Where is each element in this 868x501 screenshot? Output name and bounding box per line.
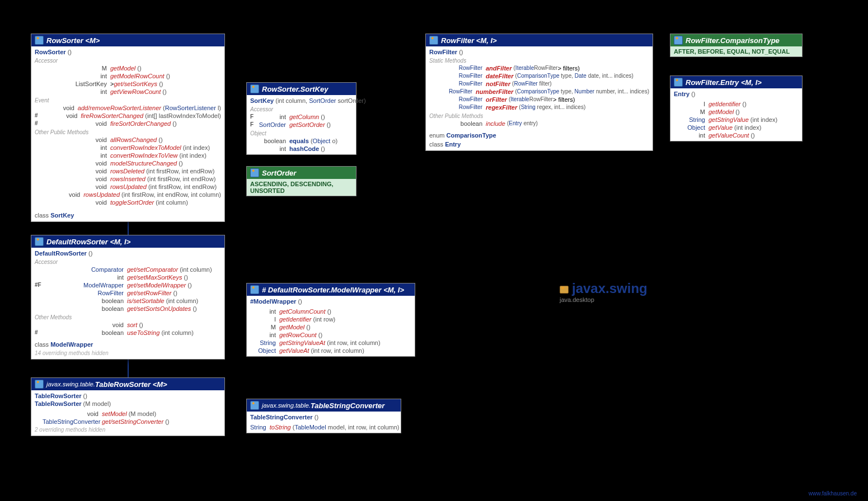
constructor-row[interactable]: TableRowSorter () <box>35 392 221 400</box>
method-row[interactable]: StringgetStringValueAt (int row, int col… <box>250 339 411 347</box>
section-accessor: Accessor <box>35 58 221 64</box>
method-row[interactable]: voidallRowsChanged () <box>35 136 221 144</box>
method-row[interactable]: RowFilterget/setRowFilter () <box>35 289 221 297</box>
method-row[interactable]: booleanequals (Object o) <box>250 137 353 145</box>
class-icon <box>250 401 259 410</box>
method-row[interactable]: intget/setMaxSortKeys () <box>35 273 221 281</box>
hidden-note: 14 overriding methods hidden <box>35 349 221 357</box>
enum-values: AFTER, BEFORE, EQUAL, NOT_EQUAL <box>670 46 802 56</box>
method-row[interactable]: RowFilternumberFilter (ComparisonType ty… <box>429 88 649 96</box>
enum-comparisontype: RowFilter.ComparisonType AFTER, BEFORE, … <box>670 34 803 57</box>
method-row[interactable]: intgetViewRowCount () <box>35 88 221 96</box>
footer-link[interactable]: www.falkhausen.de <box>809 490 857 497</box>
nested-class[interactable]: class SortKey <box>35 211 221 220</box>
method-row[interactable]: inthashCode () <box>250 145 353 153</box>
method-row[interactable]: voidadd/removeRowSorterListener (RowSort… <box>35 104 221 112</box>
method-row[interactable]: intgetModelRowCount () <box>35 72 221 80</box>
class-header: # DefaultRowSorter.ModelWrapper <M, I> <box>247 283 415 296</box>
class-rowfilter: RowFilter <M, I> RowFilter () Static Met… <box>425 34 653 151</box>
class-icon <box>35 237 44 246</box>
class-rowsorter: RowSorter <M> RowSorter () Accessor Mget… <box>31 34 225 222</box>
method-row[interactable]: intgetColumnCount () <box>250 308 411 315</box>
method-row[interactable]: FintgetColumn () <box>250 113 353 121</box>
method-row[interactable]: voidsetModel (M model) <box>35 410 221 418</box>
class-defaultrowsorter: DefaultRowSorter <M, I> DefaultRowSorter… <box>31 235 225 360</box>
method-row[interactable]: #FModelWrapperget/setModelWrapper () <box>35 281 221 289</box>
method-row[interactable]: MgetModel () <box>250 323 411 331</box>
method-row[interactable]: StringgetStringValue (int index) <box>674 116 799 124</box>
class-header: DefaultRowSorter <M, I> <box>31 235 224 248</box>
class-tablerowsorter: javax.swing.table.TableRowSorter <M> Tab… <box>31 377 225 436</box>
module-label: java.desktop <box>560 296 648 303</box>
class-header: javax.swing.table.TableStringConverter <box>247 399 401 412</box>
method-row[interactable]: RowFilterregexFilter (String regex, int.… <box>429 103 649 111</box>
method-row[interactable]: #voidfireRowSorterChanged (int[] lastRow… <box>35 112 221 120</box>
enum-header: SortOrder <box>247 167 356 179</box>
nested-enum[interactable]: enum ComparisonType <box>429 131 649 140</box>
class-header: javax.swing.table.TableRowSorter <M> <box>31 378 224 390</box>
enum-header: RowFilter.ComparisonType <box>670 34 802 46</box>
method-row[interactable]: #voidfireSortOrderChanged () <box>35 120 221 127</box>
enum-icon <box>250 168 259 177</box>
method-row[interactable]: intgetRowCount () <box>250 331 411 339</box>
package-label: javax.swing java.desktop <box>560 281 648 303</box>
class-header: RowFilter.Entry <M, I> <box>670 76 802 88</box>
method-row[interactable]: intconvertRowIndexToView (int index) <box>35 152 221 159</box>
section-event: Event <box>35 97 221 103</box>
method-row[interactable]: ListSortKey>get/setSortKeys () <box>35 80 221 88</box>
class-header: RowFilter <M, I> <box>426 34 653 46</box>
section-other: Other Public Methods <box>35 129 221 135</box>
method-row[interactable]: voidrowsInserted (int firstRow, int endR… <box>35 175 221 183</box>
method-row[interactable]: ObjectgetValue (int index) <box>674 124 799 131</box>
method-row[interactable]: Comparatorget/setComparator (int column) <box>35 266 221 273</box>
enum-values: ASCENDING, DESCENDING, UNSORTED <box>247 179 356 196</box>
method-row[interactable]: intgetValueCount () <box>674 131 799 139</box>
method-row[interactable]: voidsort () <box>35 321 221 329</box>
class-icon <box>35 380 44 389</box>
nested-class[interactable]: class ModelWrapper <box>35 340 221 349</box>
class-icon <box>250 84 259 93</box>
method-row[interactable]: IgetIdentifier (int row) <box>250 315 411 323</box>
method-row[interactable]: RowFilterdateFilter (ComparisonType type… <box>429 72 649 80</box>
class-icon <box>674 78 683 87</box>
method-row[interactable]: voidrowsDeleted (int firstRow, int endRo… <box>35 167 221 175</box>
method-row[interactable]: MgetModel () <box>674 108 799 116</box>
nested-class[interactable]: class Entry <box>429 140 649 149</box>
method-row[interactable]: booleanis/setSortable (int column) <box>35 297 221 305</box>
constructor-row[interactable]: TableRowSorter (M model) <box>35 400 221 408</box>
method-row[interactable]: IgetIdentifier () <box>674 100 799 108</box>
method-row[interactable]: MgetModel () <box>35 64 221 72</box>
method-row[interactable]: RowFilterorFilter (IterableRowFilter> fi… <box>429 96 649 103</box>
hidden-note: 2 overriding methods hidden <box>35 426 221 434</box>
method-row[interactable]: FSortOrdergetSortOrder () <box>250 121 353 129</box>
package-icon <box>560 286 569 294</box>
method-row[interactable]: voidtoggleSortOrder (int column) <box>35 198 221 206</box>
class-sortkey: RowSorter.SortKey SortKey (int column, S… <box>246 82 356 155</box>
class-icon <box>429 36 438 45</box>
class-icon <box>35 36 44 45</box>
method-row[interactable]: TableStringConverterget/setStringConvert… <box>35 418 221 426</box>
class-rowfilter-entry: RowFilter.Entry <M, I> Entry () IgetIden… <box>670 75 803 141</box>
method-row[interactable]: StringtoString (TableModel model, int ro… <box>250 423 397 431</box>
enum-sortorder: SortOrder ASCENDING, DESCENDING, UNSORTE… <box>246 166 356 196</box>
enum-icon <box>674 36 683 45</box>
class-icon <box>250 285 259 294</box>
method-row[interactable]: ObjectgetValueAt (int row, int column) <box>250 347 411 355</box>
method-row[interactable]: voidrowsUpdated (int firstRow, int endRo… <box>35 191 221 198</box>
method-row[interactable]: #booleanuseToString (int column) <box>35 329 221 337</box>
class-header: RowSorter.SortKey <box>247 83 356 95</box>
method-row[interactable]: voidmodelStructureChanged () <box>35 159 221 167</box>
class-tablestringconverter: javax.swing.table.TableStringConverter T… <box>246 399 401 433</box>
method-row[interactable]: booleaninclude (Entry entry) <box>429 120 649 127</box>
method-row[interactable]: RowFilternotFilter (RowFilter filter) <box>429 80 649 88</box>
class-header: RowSorter <M> <box>31 34 224 46</box>
method-row[interactable]: voidrowsUpdated (int firstRow, int endRo… <box>35 183 221 191</box>
method-row[interactable]: intconvertRowIndexToModel (int index) <box>35 144 221 152</box>
method-row[interactable]: RowFilterandFilter (IterableRowFilter> f… <box>429 64 649 72</box>
class-modelwrapper: # DefaultRowSorter.ModelWrapper <M, I> #… <box>246 283 415 357</box>
method-row[interactable]: booleanget/setSortsOnUpdates () <box>35 305 221 313</box>
